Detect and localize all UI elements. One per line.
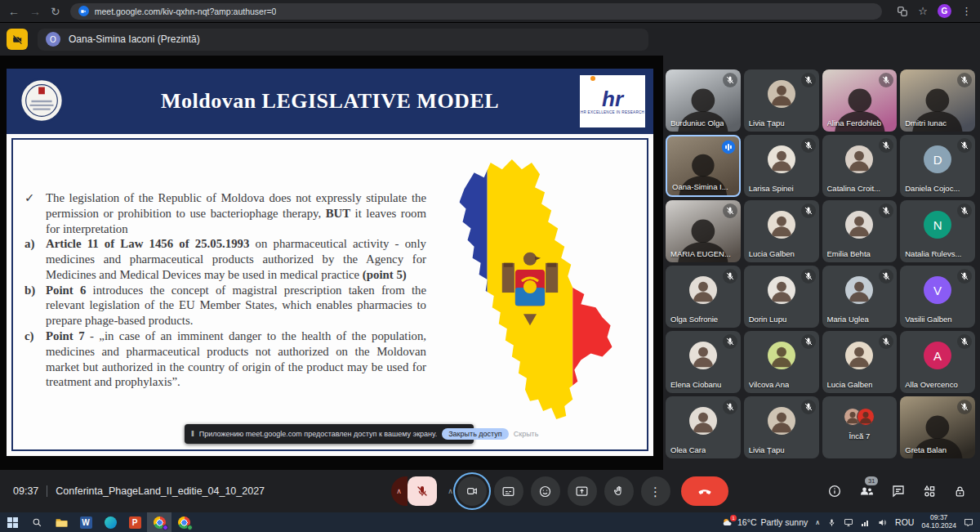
address-bar[interactable]: meet.google.com/kiv-qxhn-nqt?amp:authuse… xyxy=(70,3,883,20)
raise-hand-button[interactable] xyxy=(604,476,634,506)
presentation-stage: Moldovan LEGISLATIVE MODEL hr HR EXCELLE… xyxy=(0,56,663,470)
edge-icon[interactable] xyxy=(98,512,122,532)
participant-tile[interactable]: AAlla Overcenco xyxy=(900,331,975,393)
chrome-icon-active[interactable] xyxy=(147,512,172,532)
participant-tile[interactable]: Dorin Lupu xyxy=(744,266,819,328)
stop-sharing-button[interactable]: Закрыть доступ xyxy=(442,428,509,440)
participant-tile[interactable]: Elena Ciobanu xyxy=(666,331,741,393)
word-icon[interactable]: W xyxy=(74,512,98,532)
avatar xyxy=(845,276,873,304)
forward-icon[interactable]: → xyxy=(29,6,41,17)
start-button[interactable] xyxy=(0,512,24,532)
bullet-marker: c) xyxy=(24,329,46,390)
mic-toggle-button[interactable] xyxy=(408,476,437,506)
participant-tile[interactable]: Burduniuc Olga xyxy=(666,69,741,132)
participant-tile[interactable]: Lucia Galben xyxy=(744,200,819,262)
participant-tile[interactable]: Livia Țapu xyxy=(744,69,819,132)
hide-notice-link[interactable]: Скрыть xyxy=(514,430,539,438)
weather-desc: Partly sunny xyxy=(760,517,808,527)
more-options-button[interactable]: ⋮ xyxy=(641,476,670,506)
participant-tile[interactable]: Oana-Simina I... xyxy=(666,135,741,197)
mic-muted-icon xyxy=(957,203,972,218)
participant-tile[interactable]: Vilcova Ana xyxy=(744,331,819,393)
participant-tile[interactable]: Catalina Croit... xyxy=(822,135,898,197)
presenter-name: Oana-Simina Iaconi (Prezintă) xyxy=(69,34,200,45)
activities-button[interactable] xyxy=(922,484,937,498)
file-explorer-icon[interactable] xyxy=(49,512,74,532)
end-call-button[interactable] xyxy=(681,476,728,506)
participant-tile[interactable]: DDaniela Cojoc... xyxy=(900,135,975,197)
participant-tile[interactable]: Larisa Spinei xyxy=(744,135,819,197)
bullet-marker: ✓ xyxy=(24,190,46,236)
participant-name: Larisa Spinei xyxy=(749,184,794,193)
participant-tile[interactable]: Dmitri Iunac xyxy=(900,69,975,132)
shared-slide: Moldovan LEGISLATIVE MODEL hr HR EXCELLE… xyxy=(7,69,653,456)
tray-expand-icon[interactable]: ∧ xyxy=(815,519,820,526)
participant-tile[interactable]: Maria Uglea xyxy=(822,266,898,328)
bullet-text: The legislation of the Republic of Moldo… xyxy=(46,190,426,236)
mic-muted-icon xyxy=(879,138,893,153)
participant-tile[interactable]: Olga Sofronie xyxy=(666,266,741,328)
mic-muted-icon xyxy=(957,334,972,349)
camera-options-chevron-icon[interactable]: ∧ xyxy=(444,476,457,506)
present-button[interactable] xyxy=(568,476,597,506)
participant-tile[interactable]: Lucia Galben xyxy=(822,331,898,393)
language-indicator[interactable]: ROU xyxy=(895,517,914,527)
pause-icon[interactable]: ‖ xyxy=(191,430,194,438)
participant-tile[interactable]: VVasilii Galben xyxy=(900,266,975,328)
host-controls-button[interactable] xyxy=(953,485,967,498)
participant-tile[interactable]: MARIA EUGEN... xyxy=(666,200,741,262)
browser-profile-avatar[interactable]: G xyxy=(938,4,951,18)
captions-button[interactable] xyxy=(494,476,523,506)
slide-bullet-list: ✓The legislation of the Republic of Mold… xyxy=(24,190,426,390)
meeting-clock: 09:37 xyxy=(13,485,38,497)
action-center-icon[interactable] xyxy=(964,518,973,527)
browser-menu-icon[interactable]: ⋮ xyxy=(961,5,972,17)
mic-muted-icon xyxy=(957,269,972,284)
participant-tile[interactable]: Emilia Behta xyxy=(822,200,898,262)
mic-options-chevron-icon[interactable]: ∧ xyxy=(391,476,408,506)
camera-off-warning-icon[interactable] xyxy=(7,29,28,50)
participants-count-badge: 31 xyxy=(865,476,878,485)
people-button[interactable]: 31 xyxy=(858,483,875,499)
participant-name: Oana-Simina I... xyxy=(672,182,728,191)
bookmark-star-icon[interactable]: ☆ xyxy=(918,5,928,17)
participant-tile[interactable]: Încă 7 xyxy=(822,396,898,458)
avatar: A xyxy=(924,342,951,369)
tray-mic-icon[interactable] xyxy=(827,518,836,527)
weather-widget[interactable]: 1 16°C Partly sunny xyxy=(722,517,808,527)
taskbar-clock[interactable]: 09:37 04.10.2024 xyxy=(921,514,956,530)
mic-muted-icon xyxy=(879,269,893,284)
volume-icon[interactable] xyxy=(878,518,888,527)
participant-tile[interactable]: Greta Balan xyxy=(900,396,975,458)
avatar xyxy=(845,342,873,369)
avatar xyxy=(689,276,717,304)
translate-icon[interactable] xyxy=(897,6,908,17)
slide-header: Moldovan LEGISLATIVE MODEL hr HR EXCELLE… xyxy=(7,69,653,134)
meeting-info: 09:37 Conferinta_PhageLand_II_editie_04_… xyxy=(13,485,315,497)
participant-name: Alla Overcenco xyxy=(905,380,957,389)
slide-bullet: a)Article 11 of Law 1456 of 25.05.1993 o… xyxy=(24,236,426,282)
participant-tile[interactable]: NNatalia Rulevs... xyxy=(900,200,975,262)
network-icon[interactable] xyxy=(861,518,871,527)
back-icon[interactable]: ← xyxy=(8,6,20,17)
participant-tile[interactable]: Olea Cara xyxy=(666,396,741,458)
meeting-details-button[interactable] xyxy=(827,484,842,498)
mic-muted-icon xyxy=(957,400,972,414)
refresh-icon[interactable]: ↻ xyxy=(51,6,60,17)
reactions-button[interactable] xyxy=(531,476,560,506)
tray-display-icon[interactable] xyxy=(844,518,853,527)
chrome-icon-secondary[interactable] xyxy=(172,512,196,532)
avatar: D xyxy=(924,145,951,173)
camera-toggle-button[interactable] xyxy=(457,476,487,506)
bullet-text: Point 6 introduces the concept of magist… xyxy=(46,283,426,329)
participant-tile[interactable]: Livia Țapu xyxy=(744,396,819,458)
mic-muted-icon xyxy=(723,400,737,414)
windows-taskbar: W P 1 16°C Partly sunny ∧ xyxy=(0,512,980,532)
participant-tile[interactable]: Alina Ferdohleb xyxy=(822,69,898,132)
powerpoint-icon[interactable]: P xyxy=(122,512,147,532)
taskbar-search-icon[interactable] xyxy=(24,512,49,532)
avatar xyxy=(689,407,717,435)
mic-muted-icon xyxy=(801,334,816,349)
chat-button[interactable] xyxy=(891,484,906,498)
